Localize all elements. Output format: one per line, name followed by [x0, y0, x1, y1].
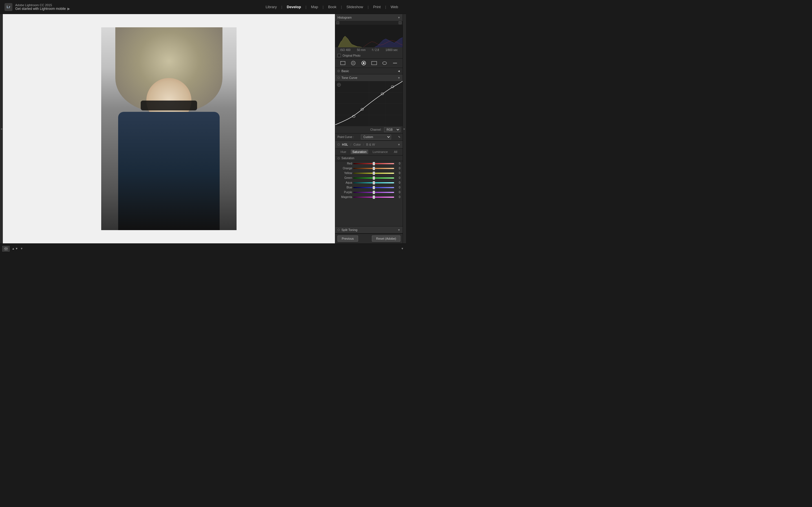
slider-track-aqua[interactable] [353, 182, 394, 183]
slider-thumb-blue[interactable] [373, 186, 375, 189]
hist-arrow-right[interactable] [399, 21, 402, 24]
exif-focal: 50 mm [357, 48, 366, 52]
slider-value-yellow: 0 [395, 172, 400, 175]
exif-aperture: f / 2.8 [372, 48, 379, 52]
slider-track-magenta[interactable] [353, 196, 394, 198]
redeye-tool[interactable] [360, 60, 367, 66]
main-area: ◄ Histogram ▼ [0, 14, 406, 243]
original-photo-checkbox[interactable] [338, 54, 341, 57]
split-toning-title: Split Toning [342, 228, 357, 231]
slider-value-aqua: 0 [395, 181, 400, 184]
slider-value-purple: 0 [395, 191, 400, 194]
svg-rect-27 [6, 247, 8, 248]
slider-thumb-magenta[interactable] [373, 195, 375, 199]
slider-track-blue[interactable] [353, 187, 394, 188]
spot-removal-tool[interactable] [350, 60, 357, 66]
slider-track-purple[interactable] [353, 192, 394, 193]
tool-icons [335, 59, 403, 68]
slider-track-yellow[interactable] [353, 173, 394, 174]
slider-thumb-orange[interactable] [373, 167, 375, 170]
photo-container [101, 27, 237, 230]
hsl-tab-bw[interactable]: B & W [365, 142, 376, 147]
point-curve-label: Point Curve : [338, 135, 354, 138]
hist-arrow-left[interactable] [336, 21, 339, 24]
saturation-dot [338, 157, 340, 159]
slider-track-red[interactable] [353, 163, 394, 164]
radial-filter-tool[interactable] [381, 60, 388, 66]
slider-thumb-red[interactable] [373, 162, 375, 165]
left-panel-arrow[interactable]: ◄ [0, 127, 3, 130]
svg-point-13 [338, 84, 340, 86]
slider-value-blue: 0 [395, 186, 400, 189]
svg-point-8 [363, 62, 364, 64]
graduated-filter-tool[interactable] [371, 60, 377, 66]
slider-thumb-green[interactable] [373, 176, 375, 180]
hsl-tab-color[interactable]: Color [352, 142, 362, 147]
slider-track-orange[interactable] [353, 168, 394, 169]
bottom-bar: ▲ ▼ ▼ ▼ [0, 243, 406, 253]
nav-slideshow[interactable]: Slideshow [343, 4, 366, 10]
tone-curve-title: Tone Curve [342, 76, 357, 79]
hsl-header: HSL / Color / B & W ▼ [335, 141, 403, 149]
histogram-collapse[interactable]: ▼ [398, 16, 400, 19]
saturation-title: Saturation [342, 157, 354, 160]
histogram-svg [335, 25, 403, 47]
channel-select[interactable]: RGB Red Green Blue [384, 127, 400, 132]
hsl-tab-hsl[interactable]: HSL [341, 142, 349, 147]
app-title-block: Adobe Lightroom CC 2015 Get started with… [15, 3, 70, 11]
bottom-left: ▲ ▼ ▼ [2, 246, 23, 251]
sub-tab-all[interactable]: All [392, 150, 399, 154]
topbar: Lr Adobe Lightroom CC 2015 Get started w… [0, 0, 406, 14]
slider-thumb-aqua[interactable] [373, 181, 375, 184]
grid-view-button[interactable] [2, 246, 10, 251]
histogram-canvas [335, 25, 403, 47]
tone-curve-collapse[interactable]: ▼ [398, 76, 400, 79]
slider-row-yellow: Yellow 0 [335, 171, 403, 175]
sub-tab-luminance[interactable]: Luminance [371, 150, 389, 154]
lr-logo: Lr [4, 3, 12, 11]
sort-up-icon[interactable]: ▲ [12, 247, 15, 250]
topbar-left: Lr Adobe Lightroom CC 2015 Get started w… [4, 3, 70, 11]
nav-print[interactable]: Print [370, 4, 384, 10]
hsl-dot [338, 144, 340, 146]
sort-down-icon[interactable]: ▼ [15, 247, 18, 250]
split-toning-section: Split Toning ▼ [335, 226, 403, 233]
hsl-collapse[interactable]: ▼ [398, 143, 400, 146]
nav-web[interactable]: Web [388, 4, 402, 10]
right-edge-panel: ► [403, 14, 406, 243]
slider-label-magenta: Magenta [338, 195, 352, 199]
point-curve-edit-icon[interactable]: ✎ [398, 135, 400, 138]
slider-thumb-yellow[interactable] [373, 172, 375, 175]
slider-label-purple: Purple [338, 191, 352, 194]
slider-track-green[interactable] [353, 177, 394, 179]
basic-section-label: Basic ◄ [335, 68, 403, 74]
center-photo-area [3, 14, 335, 243]
svg-point-6 [352, 62, 354, 64]
right-panel-arrow[interactable]: ► [403, 127, 406, 130]
basic-arrow[interactable]: ◄ [397, 69, 400, 73]
slider-label-green: Green [338, 176, 352, 179]
nav-library[interactable]: Library [262, 4, 280, 10]
bottom-dropdown-arrow[interactable]: ▼ [20, 247, 23, 250]
photo-body [118, 112, 220, 230]
split-toning-collapse[interactable]: ▼ [398, 228, 400, 231]
point-curve-select[interactable]: Custom Linear Medium Contrast Strong Con… [361, 135, 391, 139]
adjustment-brush-tool[interactable] [392, 60, 398, 66]
sub-tab-saturation[interactable]: Saturation [351, 150, 368, 154]
subtitle-arrow[interactable]: ▶ [67, 7, 70, 11]
histogram-section: Histogram ▼ [335, 14, 403, 59]
reset-button[interactable]: Reset (Adobe) [372, 235, 400, 242]
nav-develop[interactable]: Develop [283, 4, 305, 10]
slider-row-green: Green 0 [335, 175, 403, 180]
svg-point-12 [337, 83, 341, 87]
sub-tab-hue[interactable]: Hue [339, 150, 348, 154]
nav-map[interactable]: Map [308, 4, 321, 10]
channel-label: Channel : [370, 128, 382, 131]
previous-button[interactable]: Previous [338, 235, 358, 242]
slider-thumb-purple[interactable] [373, 191, 375, 194]
nav-book[interactable]: Book [325, 4, 340, 10]
bottom-chevron-up[interactable]: ▼ [401, 247, 404, 250]
tone-curve-target-icon[interactable] [337, 83, 341, 87]
sort-control: ▲ ▼ [12, 247, 18, 250]
crop-tool[interactable] [340, 60, 346, 66]
